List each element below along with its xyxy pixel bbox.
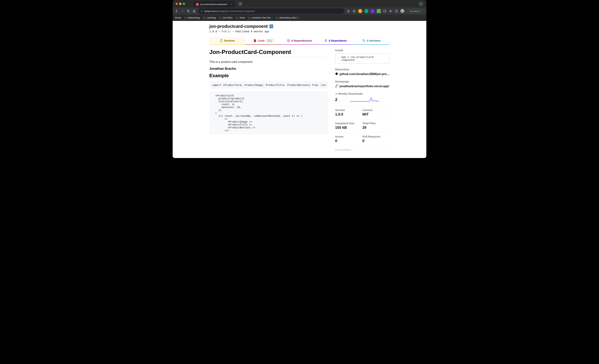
extensions-puzzle-icon[interactable]: [383, 9, 387, 13]
share-icon[interactable]: [347, 9, 350, 13]
package-header: jon-productcard-component TS 1.0.0 • Pub…: [209, 23, 390, 34]
readme-author: Jonathan Bracho: [209, 67, 328, 71]
tab-dependents[interactable]: 0 Dependents: [317, 37, 353, 45]
profile-avatar[interactable]: [400, 9, 404, 13]
extension-icon-3[interactable]: [370, 9, 375, 13]
tabs-dropdown-icon[interactable]: [418, 1, 423, 6]
code-icon: [254, 39, 256, 42]
page-content: jon-productcard-component TS 1.0.0 • Pub…: [173, 21, 426, 158]
tab-deps-label: 0 Dependencies: [291, 39, 312, 42]
back-button[interactable]: [175, 9, 178, 13]
meta-pull-requests[interactable]: Pull Requests 0: [362, 133, 390, 146]
browser-toolbar: npmjs.com/package/jon-productcard-compon…: [173, 8, 426, 15]
tags-icon: [362, 39, 365, 42]
meta-size: Unpacked Size 150 kB: [335, 119, 362, 133]
tab-versions[interactable]: 2 Versions: [354, 37, 390, 45]
repo-label: Repository: [335, 68, 390, 71]
folder-icon: [184, 17, 187, 19]
close-window-button[interactable]: [176, 3, 178, 5]
forward-button[interactable]: [181, 9, 184, 13]
toolbar-right: Actualizar: [347, 9, 424, 13]
reload-button[interactable]: [186, 9, 190, 13]
kebab-icon: [421, 10, 422, 12]
titlebar: n jon-productcard-component - × +: [173, 0, 426, 8]
sidepanel-icon[interactable]: [395, 9, 398, 13]
url-text: npmjs.com/package/jon-productcard-compon…: [204, 10, 255, 13]
boxes-icon: [324, 39, 327, 42]
bookmark-gmail[interactable]: Gmail: [175, 16, 181, 19]
tab-readme-label: Readme: [224, 39, 235, 42]
extension-icon-2[interactable]: [364, 9, 368, 13]
readme-section: Jon-ProductCard-Component This is a prod…: [209, 49, 328, 151]
tab-code[interactable]: Code Beta: [245, 37, 281, 45]
code-block-jsx: <ProductCard product={product} initialVa…: [209, 92, 328, 134]
code-block-import: import {ProductCard, ProductImage, Produ…: [209, 81, 328, 89]
traffic-lights: [176, 3, 185, 5]
folder-icon: [248, 17, 251, 19]
example-heading: Example: [209, 73, 328, 78]
bookmark-jonathan-dev[interactable]: Jonathan Dev Ser...: [248, 16, 273, 19]
extension-icon-1[interactable]: [358, 9, 362, 13]
meta-issues[interactable]: Issues 0: [335, 133, 362, 146]
browser-tab[interactable]: n jon-productcard-component - ×: [194, 1, 234, 8]
readme-title: Jon-ProductCard-Component: [209, 49, 328, 57]
bookmark-learning[interactable]: Learning: [203, 16, 216, 19]
browser-window: n jon-productcard-component - × + npmjs.…: [173, 0, 426, 158]
playlist-icon[interactable]: [389, 9, 392, 13]
minimize-window-button[interactable]: [179, 3, 181, 5]
bookmark-networking[interactable]: Networking: [184, 16, 200, 19]
published-text: Published 4 months ago: [235, 30, 269, 33]
package-name: jon-productcard-component: [209, 24, 268, 29]
typescript-badge-icon: TS: [270, 25, 273, 28]
homepage-link-text: jonathanbrachoportfolio.vercel.app/: [339, 85, 389, 88]
svg-point-5: [421, 12, 422, 12]
repo-link-text: github.com/JonathanJB88/jon-product...: [339, 72, 390, 76]
new-tab-button[interactable]: +: [238, 1, 243, 6]
homepage-link[interactable]: jonathanbrachoportfolio.vercel.app/: [335, 85, 390, 88]
download-icon: [335, 93, 337, 95]
link-icon: [335, 85, 338, 88]
git-icon: [335, 72, 338, 76]
homepage-label: Homepage: [335, 80, 390, 83]
meta-grid: Version 1.0.0 License MIT Unpacked Size …: [335, 106, 390, 146]
extension-icon-4[interactable]: [377, 9, 381, 13]
svg-point-4: [421, 11, 422, 11]
tab-dependents-label: 0 Dependents: [329, 39, 347, 42]
svg-point-3: [421, 10, 422, 10]
repo-link[interactable]: github.com/JonathanJB88/jon-product...: [335, 72, 390, 76]
update-button-label: Actualizar: [409, 10, 420, 13]
meta-license: License MIT: [362, 106, 390, 119]
sidebar: Install › npm i jon-productcard-componen…: [335, 49, 390, 151]
close-tab-icon[interactable]: ×: [231, 3, 232, 6]
chevron-right-icon: ›: [338, 57, 339, 60]
visibility-text: Public: [221, 30, 231, 33]
readme-intro: This is a product card component.: [209, 60, 328, 64]
svg-rect-0: [201, 11, 203, 12]
folder-icon: [236, 17, 238, 19]
tab-dependencies[interactable]: 0 Dependencies: [282, 37, 317, 45]
downloads-label: Weekly Downloads: [335, 92, 390, 95]
maximize-window-button[interactable]: [183, 3, 185, 5]
bookmarks-bar: Gmail Networking Learning Job Sites Tool…: [173, 15, 426, 21]
box-icon: [287, 39, 290, 42]
bookmark-tools[interactable]: Tools: [236, 16, 245, 19]
version-text: 1.0.0: [209, 30, 217, 33]
last-publish-label: Last publish: [335, 146, 390, 151]
tab-readme[interactable]: Readme: [209, 37, 245, 45]
install-label: Install: [335, 49, 390, 52]
bookmark-job-sites[interactable]: Job Sites: [219, 16, 232, 19]
home-button[interactable]: [192, 9, 196, 13]
lock-icon: [201, 10, 203, 12]
npm-favicon-icon: n: [196, 3, 199, 6]
update-button[interactable]: Actualizar: [406, 9, 424, 13]
folder-icon: [276, 17, 278, 19]
readme-icon: [220, 39, 223, 42]
package-meta: 1.0.0 • Public • Published 4 months ago: [209, 30, 390, 33]
package-tabs: Readme Code Beta 0 Dependencies 0 Depend…: [209, 37, 390, 45]
install-cmd-text: npm i jon-productcard-component: [341, 56, 387, 61]
install-command[interactable]: › npm i jon-productcard-component: [335, 53, 390, 64]
address-bar[interactable]: npmjs.com/package/jon-productcard-compon…: [198, 8, 344, 14]
svg-point-6: [363, 40, 364, 40]
bookmark-star-icon[interactable]: [352, 9, 356, 13]
bookmark-interesting-jobs[interactable]: Interesting Jobs I'...: [276, 16, 300, 19]
